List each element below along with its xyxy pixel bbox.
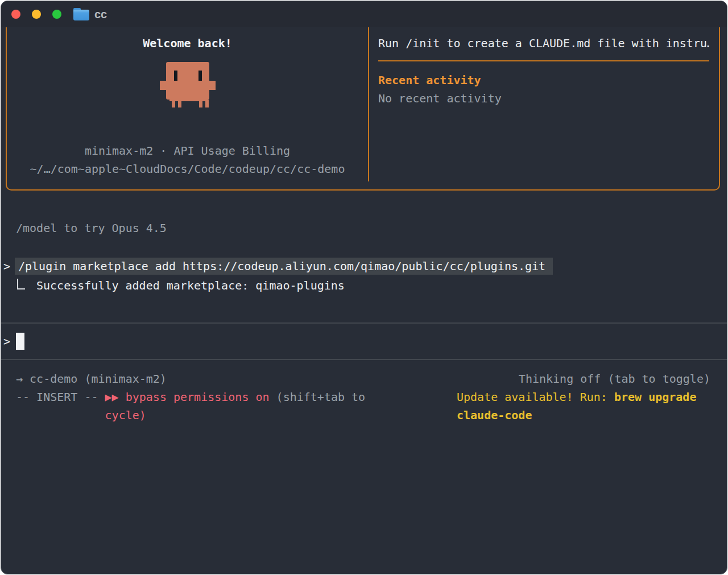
welcome-right-pane: Run /init to create a CLAUDE.md file wit… [369, 27, 719, 189]
title-group: cc [73, 8, 107, 21]
command-prompt: > [1, 258, 15, 275]
command-text: /plugin marketplace add https://codeup.a… [15, 258, 553, 275]
status-left: → cc-demo (minimax-m2) -- INSERT -- ▶▶ b… [16, 370, 378, 424]
insert-mode-label: -- INSERT -- [16, 388, 105, 424]
init-tip: Run /init to create a CLAUDE.md file wit… [378, 34, 709, 52]
result-line: Successfully added marketplace: qimao-pl… [1, 276, 727, 295]
window-title: cc [94, 8, 107, 21]
result-corner-icon [17, 279, 25, 289]
update-notice: Update available! Run: brew upgrade clau… [457, 388, 710, 424]
command-line: > /plugin marketplace add https://codeup… [1, 258, 727, 275]
input-box[interactable]: > [1, 322, 727, 360]
status-right: Thinking off (tab to toggle) Update avai… [457, 370, 710, 424]
mode-line: -- INSERT -- ▶▶ bypass permissions on (s… [16, 388, 378, 424]
input-prompt: > [1, 334, 10, 348]
traffic-lights [11, 10, 61, 19]
recent-activity-header: Recent activity [378, 71, 709, 89]
minimize-button[interactable] [32, 10, 41, 19]
close-button[interactable] [11, 10, 20, 19]
thinking-status: Thinking off (tab to toggle) [457, 370, 710, 388]
titlebar: cc [1, 1, 727, 27]
bypass-block: ▶▶ bypass permissions on (shift+tab to c… [105, 388, 378, 424]
bypass-hint: (shift+tab to [276, 390, 373, 404]
terminal-window: cc Welcome back! minimax-m2 · [1, 1, 727, 574]
welcome-heading: Welcome back! [7, 34, 368, 52]
fast-forward-icon: ▶▶ [105, 390, 119, 404]
recent-activity-empty: No recent activity [378, 89, 709, 107]
welcome-box: Welcome back! minimax-m2 · API Usage Bil… [6, 27, 720, 191]
bypass-hint-cycle: cycle) [105, 408, 146, 422]
result-text: Successfully added marketplace: qimao-pl… [36, 276, 345, 295]
bypass-permissions-label: bypass permissions on [119, 390, 276, 404]
zoom-button[interactable] [52, 10, 61, 19]
folder-icon [73, 8, 89, 20]
model-info: minimax-m2 · API Usage Billing [7, 142, 368, 160]
workspace-line: → cc-demo (minimax-m2) [16, 370, 378, 388]
welcome-left-pane: Welcome back! minimax-m2 · API Usage Bil… [7, 27, 368, 189]
claude-mascot [7, 62, 368, 113]
model-hint: /model to try Opus 4.5 [16, 219, 727, 237]
update-prefix: Update available! Run: [457, 390, 614, 404]
cwd-path: ~/…/com~apple~CloudDocs/Code/codeup/cc/c… [7, 160, 368, 178]
tip-divider [378, 60, 709, 61]
status-bar: → cc-demo (minimax-m2) -- INSERT -- ▶▶ b… [1, 370, 727, 424]
text-cursor [16, 333, 24, 350]
